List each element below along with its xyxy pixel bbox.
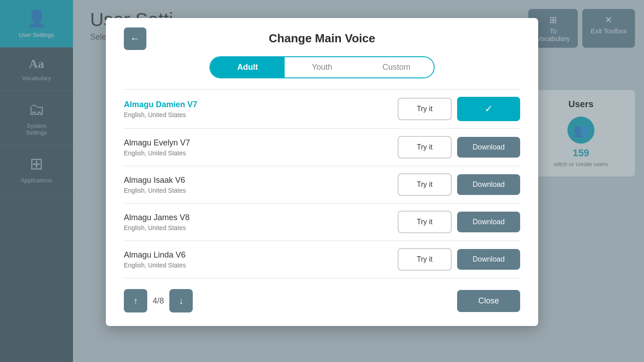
try-it-button[interactable]: Try it xyxy=(398,98,452,120)
voice-language: English, United States xyxy=(124,149,398,157)
voice-info: Almagu Damien V7 English, United States xyxy=(124,100,398,118)
voice-name: Almagu Evelyn V7 xyxy=(124,138,398,148)
page-down-button[interactable]: ↓ xyxy=(169,289,193,312)
page-up-button[interactable]: ↑ xyxy=(124,289,147,312)
modal-footer: ↑ 4/8 ↓ Close xyxy=(124,289,520,312)
try-it-button[interactable]: Try it xyxy=(398,211,452,233)
modal-header: ← Change Main Voice xyxy=(124,32,520,45)
voice-info: Almagu Evelyn V7 English, United States xyxy=(124,138,398,157)
voice-language: English, United States xyxy=(124,224,398,231)
voice-actions: Try it Download xyxy=(398,136,520,158)
checkmark-icon: ✓ xyxy=(485,103,493,114)
download-button[interactable]: Download xyxy=(457,174,520,195)
voice-category-tabs: Adult Youth Custom xyxy=(209,56,435,78)
voice-row: Almagu Damien V7 English, United States … xyxy=(124,90,520,129)
voice-actions: Try it Download xyxy=(398,211,520,233)
voice-row: Almagu James V8 English, United States T… xyxy=(124,204,520,241)
voice-info: Almagu James V8 English, United States xyxy=(124,213,398,231)
modal-overlay: ← Change Main Voice Adult Youth Custom A… xyxy=(0,0,644,362)
selected-checkmark-button[interactable]: ✓ xyxy=(457,97,520,121)
down-arrow-icon: ↓ xyxy=(179,296,183,306)
download-button[interactable]: Download xyxy=(457,249,520,270)
tab-youth[interactable]: Youth xyxy=(285,57,359,77)
voice-row: Almagu Evelyn V7 English, United States … xyxy=(124,129,520,166)
page-number: 4/8 xyxy=(153,296,164,306)
voice-name: Almagu James V8 xyxy=(124,213,398,222)
voice-actions: Try it Download xyxy=(398,173,520,196)
voice-actions: Try it ✓ xyxy=(398,97,520,121)
pagination-controls: ↑ 4/8 ↓ xyxy=(124,289,193,312)
voice-row: Almagu Isaak V6 English, United States T… xyxy=(124,166,520,204)
change-voice-modal: ← Change Main Voice Adult Youth Custom A… xyxy=(106,18,538,326)
tab-custom[interactable]: Custom xyxy=(359,57,434,77)
voice-info: Almagu Isaak V6 English, United States xyxy=(124,176,398,194)
voice-language: English, United States xyxy=(124,111,398,118)
up-arrow-icon: ↑ xyxy=(133,296,138,306)
download-button[interactable]: Download xyxy=(457,137,520,158)
modal-title: Change Main Voice xyxy=(124,32,520,45)
download-button[interactable]: Download xyxy=(457,212,520,232)
voice-row: Almagu Linda V6 English, United States T… xyxy=(124,241,520,278)
voice-language: English, United States xyxy=(124,187,398,194)
try-it-button[interactable]: Try it xyxy=(398,248,452,271)
voice-name: Almagu Linda V6 xyxy=(124,250,398,260)
try-it-button[interactable]: Try it xyxy=(398,136,452,158)
voice-actions: Try it Download xyxy=(398,248,520,271)
back-arrow-icon: ← xyxy=(130,33,140,45)
tab-adult[interactable]: Adult xyxy=(210,57,285,77)
try-it-button[interactable]: Try it xyxy=(398,173,452,196)
back-button[interactable]: ← xyxy=(124,27,146,50)
voice-name: Almagu Damien V7 xyxy=(124,100,398,109)
voice-list: Almagu Damien V7 English, United States … xyxy=(124,89,520,278)
voice-language: English, United States xyxy=(124,262,398,269)
voice-name: Almagu Isaak V6 xyxy=(124,176,398,185)
voice-info: Almagu Linda V6 English, United States xyxy=(124,250,398,269)
close-button[interactable]: Close xyxy=(457,290,520,312)
